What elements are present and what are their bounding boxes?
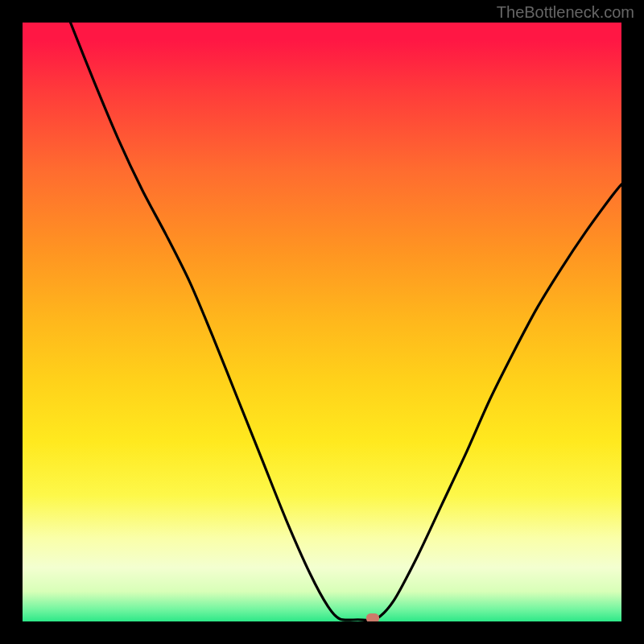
curve-svg xyxy=(23,23,621,621)
optimal-point-marker xyxy=(366,613,379,621)
chart-frame xyxy=(23,23,621,621)
attribution-text: TheBottleneck.com xyxy=(497,3,634,22)
plot-area xyxy=(23,23,621,621)
bottleneck-curve xyxy=(71,23,621,621)
